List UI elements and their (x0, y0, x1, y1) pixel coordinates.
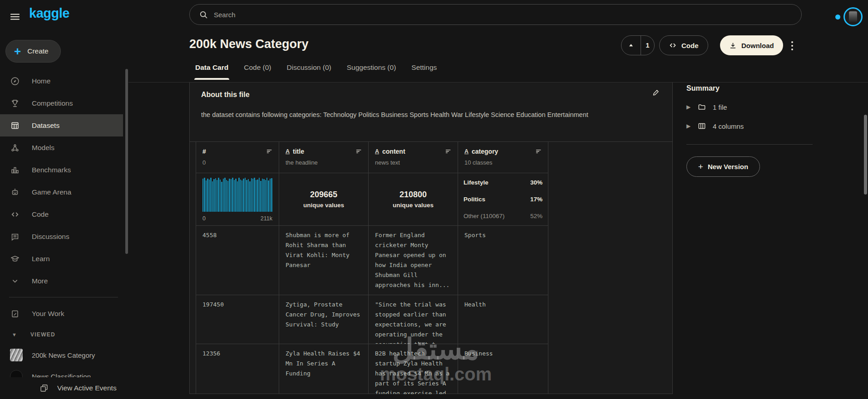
text-type-icon: A (375, 148, 379, 155)
sidebar-item-benchmarks[interactable]: Benchmarks (0, 159, 123, 181)
chevron-down-icon (10, 276, 20, 286)
edit-pencil-icon[interactable] (651, 88, 661, 97)
viewed-section-header[interactable]: ▼ VIEWED (0, 328, 123, 341)
columns-icon (697, 122, 706, 131)
sidebar-item-label: Benchmarks (32, 166, 71, 174)
sidebar-item-label: Competitions (32, 99, 73, 107)
distribution-label: Politics (464, 196, 485, 203)
search-icon (199, 10, 208, 19)
sidebar-item-code[interactable]: Code (0, 203, 123, 225)
sidebar: + Create Home Competitions Datasets Mode… (0, 0, 128, 399)
page-title: 200k News Category (189, 37, 309, 51)
column-filter-icon[interactable] (266, 147, 273, 155)
index-histogram-cell: 0 211k (196, 173, 279, 226)
caret-right-icon[interactable]: ▶ (686, 104, 691, 110)
column-header-content[interactable]: A content news text (369, 142, 458, 173)
download-button[interactable]: Download (720, 35, 783, 55)
tab-suggestions[interactable]: Suggestions (0) (347, 63, 396, 80)
sidebar-item-datasets[interactable]: Datasets (0, 114, 123, 136)
histogram-max-label: 211k (261, 215, 272, 222)
caret-right-icon[interactable]: ▶ (686, 123, 691, 129)
plus-icon: + (698, 162, 703, 172)
search-bar[interactable] (189, 4, 802, 25)
tab-settings[interactable]: Settings (411, 63, 437, 80)
sidebar-item-competitions[interactable]: Competitions (0, 92, 123, 114)
upvote-arrow-icon[interactable] (621, 36, 641, 55)
page-scrollbar[interactable] (864, 115, 867, 195)
sidebar-nav: Home Competitions Datasets Models Benchm… (0, 70, 123, 292)
summary-columns-row[interactable]: ▶ 4 columns (686, 122, 814, 131)
unique-label: unique values (303, 202, 344, 209)
sidebar-divider (9, 297, 118, 297)
distribution-row: Other (110067) 52% (464, 211, 542, 221)
table-cell-title: Shubman is more of Rohit Sharma than Vir… (279, 226, 369, 295)
sidebar-item-game-arena[interactable]: Game Arena (0, 181, 123, 203)
clipboard-pencil-icon (10, 309, 20, 319)
sidebar-item-more[interactable]: More (0, 270, 123, 292)
data-card-panel: About this file the dataset contains fol… (189, 83, 673, 394)
sidebar-scrollbar[interactable] (125, 69, 128, 254)
column-filter-icon[interactable] (355, 147, 363, 155)
robot-icon (10, 187, 20, 197)
sidebar-item-learn[interactable]: Learn (0, 248, 123, 270)
vote-count[interactable]: 1 (641, 36, 654, 55)
view-active-events-button[interactable]: View Active Events (0, 377, 128, 399)
sidebar-item-models[interactable]: Models (0, 136, 123, 159)
distribution-pct: 52% (530, 213, 542, 219)
histogram-min-label: 0 (202, 215, 206, 222)
sidebar-item-home[interactable]: Home (0, 70, 123, 92)
sidebar-item-label: Discussions (32, 233, 69, 241)
caret-down-icon: ▼ (12, 332, 17, 337)
about-file-text: the dataset contains following categorie… (201, 111, 655, 118)
folder-icon (697, 102, 706, 112)
compass-icon (10, 76, 20, 86)
new-version-label: New Version (708, 163, 748, 170)
table-cell-id: 4558 (196, 226, 279, 295)
unique-label: unique values (393, 202, 434, 209)
code-button[interactable]: Code (659, 35, 708, 55)
column-header-category[interactable]: A category 10 classes (458, 142, 548, 173)
column-header-title[interactable]: A title the headline (279, 142, 369, 173)
table-cell-category: Health (458, 295, 548, 344)
column-filter-icon[interactable] (444, 147, 452, 155)
id-histogram-bars (202, 178, 272, 212)
tab-code[interactable]: Code (0) (244, 63, 271, 80)
dataset-thumbnail (10, 349, 23, 361)
table-cell-category: Sports (458, 226, 548, 295)
bar-chart-icon (10, 165, 20, 175)
viewed-label: VIEWED (30, 331, 55, 338)
summary-panel: Summary ▶ 1 file ▶ 4 columns + New Versi… (686, 84, 814, 177)
column-filter-icon[interactable] (535, 147, 542, 155)
tab-discussion[interactable]: Discussion (0) (287, 63, 331, 80)
sidebar-item-discussions[interactable]: Discussions (0, 225, 123, 248)
tab-data-card[interactable]: Data Card (195, 63, 228, 80)
summary-files-row[interactable]: ▶ 1 file (686, 102, 814, 112)
upvote-button[interactable]: 1 (621, 35, 655, 55)
more-options-kebab-icon[interactable] (788, 39, 797, 53)
column-subtitle: 0 (202, 159, 273, 166)
create-button[interactable]: + Create (5, 40, 61, 63)
distribution-row: Politics 17% (464, 195, 542, 204)
sidebar-item-label: Code (32, 210, 49, 219)
download-button-label: Download (741, 42, 774, 49)
column-name: # (202, 148, 206, 155)
distribution-pct: 30% (530, 179, 542, 186)
column-header-index[interactable]: # 0 (196, 142, 279, 173)
unique-count: 209665 (310, 190, 337, 200)
search-input[interactable] (214, 11, 792, 19)
new-version-button[interactable]: + New Version (686, 156, 760, 177)
code-button-label: Code (681, 42, 699, 49)
distribution-row: Lifestyle 30% (464, 178, 542, 187)
download-icon (729, 42, 737, 49)
table-cell-content: Former England cricketer Monty Panesar o… (369, 226, 458, 295)
view-active-events-label: View Active Events (57, 384, 117, 392)
viewed-item-200k-news[interactable]: 200k News Category (0, 345, 123, 365)
sidebar-item-label: Datasets (32, 122, 59, 130)
sidebar-item-your-work[interactable]: Your Work (0, 302, 123, 325)
about-file-heading: About this file (201, 91, 250, 99)
unique-count: 210800 (399, 190, 427, 200)
sidebar-item-label: Your Work (32, 310, 64, 318)
sidebar-item-label: Game Arena (32, 188, 71, 196)
user-avatar[interactable] (843, 7, 863, 26)
distribution-pct: 17% (530, 196, 542, 203)
